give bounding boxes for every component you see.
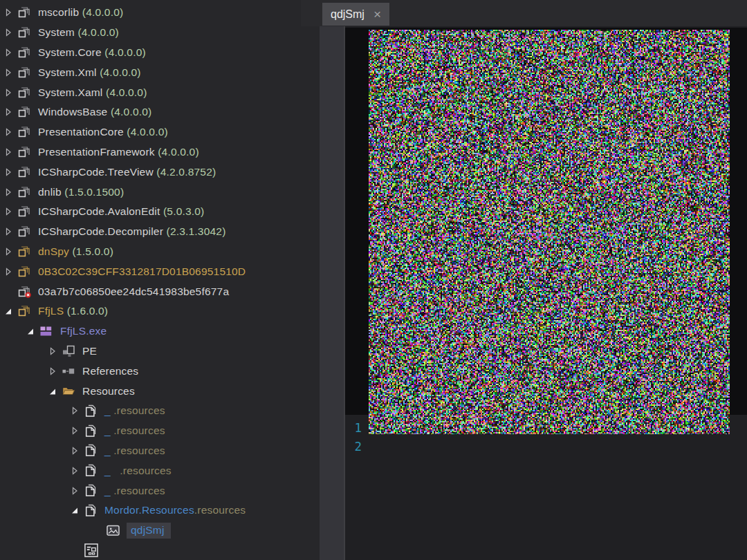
tree-item-mscorlib-4-0-0-0[interactable]: mscorlib (4.0.0.0) [0, 3, 320, 23]
tree-item-label: FfjLS.exe [60, 325, 107, 337]
tree-item-resources[interactable]: _ .resources [0, 460, 320, 480]
line-number-1: 1 [347, 421, 362, 435]
tree-item-label: dnSpy (1.5.0.0) [38, 245, 113, 258]
collapsed-arrow-icon[interactable] [47, 366, 62, 377]
tree-item-label: PresentationFramework (4.0.0.0) [38, 146, 199, 158]
collapsed-arrow-icon[interactable] [3, 226, 18, 237]
collapsed-arrow-icon[interactable] [3, 147, 18, 158]
tree-item-0b3c02c39cff3312817d01b06951510d[interactable]: 0B3C02C39CFF3312817D01B06951510D [0, 261, 320, 281]
expanded-arrow-icon[interactable] [25, 326, 40, 337]
tree-item-qdjsmj[interactable]: qdjSmj [0, 521, 320, 541]
form-res-icon [84, 541, 98, 559]
tree-item-resources[interactable]: _ .resources [0, 441, 320, 461]
collapsed-arrow-icon[interactable] [47, 346, 62, 357]
tab-title: qdjSmj [331, 8, 365, 21]
assembly-explorer-panel: mscorlib (4.0.0.0) System (4.0.0.0) Syst… [0, 0, 320, 560]
tree-item-label: System.Core (4.0.0.0) [38, 46, 146, 59]
tree-item-system-xaml-4-0-0-0[interactable]: System.Xaml (4.0.0.0) [0, 82, 320, 102]
tree-item-presentationcore-4-0-0-0[interactable]: PresentationCore (4.0.0.0) [0, 122, 320, 142]
tree-item-label: ICSharpCode.TreeView (4.2.0.8752) [38, 166, 216, 178]
collapsed-arrow-icon[interactable] [3, 127, 18, 138]
tree-item-references[interactable]: References [0, 361, 320, 381]
collapsed-arrow-icon[interactable] [3, 246, 18, 257]
collapsed-arrow-icon[interactable] [3, 27, 18, 38]
tree-item-label: mscorlib (4.0.0.0) [38, 6, 123, 19]
resource-doc-icon [84, 404, 98, 418]
tree-item-icsharpcode-treeview-4-2-0-8752[interactable]: ICSharpCode.TreeView (4.2.0.8752) [0, 162, 320, 182]
tree-item-form-res[interactable] [0, 541, 320, 560]
assembly-icon [18, 305, 32, 317]
assembly-icon [18, 205, 32, 218]
collapsed-arrow-icon[interactable] [69, 405, 84, 416]
assembly-icon [18, 106, 32, 118]
collapsed-arrow-icon[interactable] [3, 187, 18, 198]
tree-item-label: 0B3C02C39CFF3312817D01B06951510D [38, 265, 246, 278]
tree-item-windowsbase-4-0-0-0[interactable]: WindowsBase (4.0.0.0) [0, 102, 320, 122]
tree-item-presentationframework-4-0-0-0[interactable]: PresentationFramework (4.0.0.0) [0, 142, 320, 162]
tree-item-label: _ .resources [104, 404, 165, 417]
tree-item-pe[interactable]: PE [0, 342, 320, 362]
document-viewer-panel: 1 2 ADLab [344, 0, 747, 560]
tree-item-system-4-0-0-0[interactable]: System (4.0.0.0) [0, 23, 320, 43]
assembly-icon [18, 66, 32, 79]
collapsed-arrow-icon[interactable] [3, 167, 18, 178]
tree-item-icsharpcode-avalonedit-5-0-3-0[interactable]: ICSharpCode.AvalonEdit (5.0.3.0) [0, 202, 320, 222]
tab-close-icon[interactable]: × [374, 8, 381, 21]
tree-item-label: PresentationCore (4.0.0.0) [38, 126, 168, 138]
collapsed-arrow-icon[interactable] [69, 425, 84, 436]
tree-item-resources[interactable]: _ .resources [0, 401, 320, 421]
dnspy-window: mscorlib (4.0.0.0) System (4.0.0.0) Syst… [0, 0, 747, 560]
collapsed-arrow-icon[interactable] [69, 485, 84, 496]
collapsed-arrow-icon[interactable] [3, 106, 18, 118]
image-res-icon [107, 524, 120, 537]
tree-item-label: dnlib (1.5.0.1500) [38, 186, 124, 198]
tree-item-label: ICSharpCode.AvalonEdit (5.0.3.0) [38, 205, 204, 218]
collapsed-arrow-icon[interactable] [3, 47, 18, 58]
collapsed-arrow-icon[interactable] [3, 67, 18, 78]
tree-item-dnspy-1-5-0-0[interactable]: dnSpy (1.5.0.0) [0, 242, 320, 262]
resource-doc-icon [84, 484, 98, 497]
tree-item-ffjls-exe[interactable]: FfjLS.exe [0, 321, 320, 342]
tree-item-label: 03a7b7c06850ee24dc541983be5f677a [38, 286, 229, 298]
pe-icon [62, 345, 76, 357]
tab-qdjsmj[interactable]: qdjSmj × [322, 3, 389, 26]
collapsed-arrow-icon[interactable] [3, 7, 18, 18]
tree-item-resources[interactable]: _ .resources [0, 421, 320, 441]
tree-item-ffjls-1-6-0-0[interactable]: FfjLS (1.6.0.0) [0, 301, 320, 321]
tree-item-label: System (4.0.0.0) [38, 26, 119, 39]
collapsed-arrow-icon[interactable] [3, 206, 18, 217]
assembly-icon [18, 6, 32, 19]
collapsed-arrow-icon[interactable] [3, 266, 18, 277]
assembly-icon [18, 265, 32, 278]
tree-item-icsharpcode-decompiler-2-3-1-3042[interactable]: ICSharpCode.Decompiler (2.3.1.3042) [0, 222, 320, 242]
collapsed-arrow-icon[interactable] [69, 445, 84, 456]
resource-doc-icon [84, 504, 98, 517]
resource-doc-icon [84, 464, 98, 477]
tree-item-label: _ .resources [104, 465, 172, 477]
folder-icon [62, 385, 76, 398]
line-number-2: 2 [347, 440, 362, 454]
document-tab-strip: qdjSmj × [301, 0, 747, 26]
tree-item-label: _ .resources [104, 485, 165, 497]
collapsed-arrow-icon[interactable] [69, 465, 84, 476]
assembly-icon [18, 186, 32, 198]
tree-scrollbar[interactable] [320, 0, 344, 560]
tree-item-label: _ .resources [104, 424, 165, 437]
assembly-icon [18, 245, 32, 258]
tree-item-mordor-resources-resources[interactable]: Mordor.Resources.resources [0, 501, 320, 521]
tree-item-label: WindowsBase (4.0.0.0) [38, 106, 151, 118]
assembly-icon [18, 26, 32, 39]
assembly-icon [18, 46, 32, 59]
tree-item-label: Mordor.Resources.resources [104, 504, 246, 516]
tree-item-03a7b7c06850ee24dc541983be5f677a[interactable]: 03a7b7c06850ee24dc541983be5f677a [0, 281, 320, 301]
tree-item-system-core-4-0-0-0[interactable]: System.Core (4.0.0.0) [0, 43, 320, 63]
tree-item-dnlib-1-5-0-1500[interactable]: dnlib (1.5.0.1500) [0, 182, 320, 202]
tree-item-label: qdjSmj [127, 523, 171, 539]
expanded-arrow-icon[interactable] [69, 505, 84, 516]
expanded-arrow-icon[interactable] [47, 386, 62, 397]
tree-item-resources[interactable]: Resources [0, 381, 320, 401]
tree-item-system-xml-4-0-0-0[interactable]: System.Xml (4.0.0.0) [0, 62, 320, 82]
tree-item-resources[interactable]: _ .resources [0, 480, 320, 501]
expanded-arrow-icon[interactable] [3, 306, 18, 317]
collapsed-arrow-icon[interactable] [3, 87, 18, 98]
